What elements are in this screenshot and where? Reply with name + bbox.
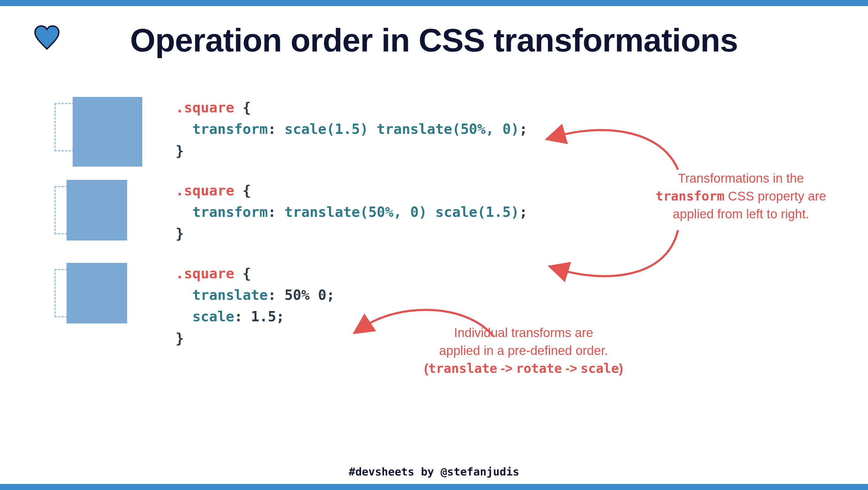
transformed-square <box>73 97 142 167</box>
page-title: Operation order in CSS transformations <box>0 21 868 59</box>
code-block: .square { transform: scale(1.5) translat… <box>176 97 528 162</box>
code-block: .square { transform: translate(50%, 0) s… <box>176 180 528 245</box>
selector: .square <box>176 265 234 282</box>
transformed-square <box>67 263 127 323</box>
example-row: .square { transform: scale(1.5) translat… <box>55 97 813 162</box>
transformed-square <box>67 180 127 240</box>
code-block: .square { translate: 50% 0; scale: 1.5; … <box>176 263 335 349</box>
selector: .square <box>176 182 234 199</box>
top-accent-bar <box>0 0 868 6</box>
annotation-individual-transforms: Individual transforms are applied in a p… <box>400 324 648 377</box>
devsheet-slide: Operation order in CSS transformations .… <box>0 0 868 490</box>
transform-demo <box>55 97 139 157</box>
selector: .square <box>176 99 234 116</box>
footer-hashtag: #devsheets <box>349 465 414 478</box>
transform-demo <box>55 180 139 240</box>
footer-handle: @stefanjudis <box>441 465 519 478</box>
footer-credit: #devsheets by @stefanjudis <box>0 465 868 478</box>
transform-demo <box>55 263 139 323</box>
annotation-transform-property: Transformations in the transform CSS pro… <box>650 170 832 223</box>
bottom-accent-bar <box>0 484 868 490</box>
